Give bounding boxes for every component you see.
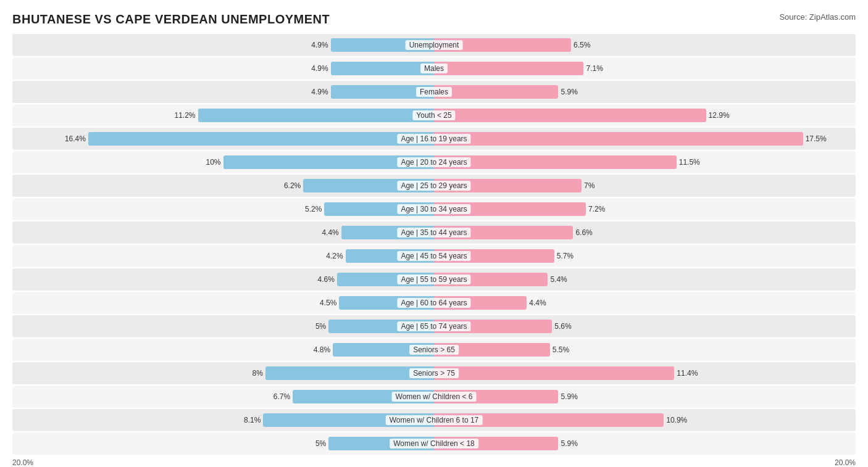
right-side: 11.4% [434, 362, 856, 384]
left-side: 5% [12, 315, 434, 337]
pink-bar-label: 6.5% [574, 41, 590, 49]
left-side: 6.7% [12, 386, 434, 408]
blue-bar-label: 8% [252, 369, 262, 378]
center-label: Age | 35 to 44 years [397, 228, 470, 238]
x-axis: 20.0% 20.0% [12, 458, 856, 467]
right-side: 10.9% [434, 409, 856, 431]
right-side: 7.1% [434, 57, 856, 80]
pink-bar-label: 4.4% [529, 299, 546, 307]
blue-bar-label: 6.2% [284, 181, 301, 190]
bar-row: 4.8% Seniors > 65 5.5% [12, 339, 856, 361]
bar-row: 16.4% Age | 16 to 19 years 17.5% [12, 128, 856, 150]
left-side: 4.9% [12, 34, 434, 56]
left-side: 4.4% [12, 221, 434, 244]
pink-bar-label: 12.9% [709, 111, 730, 120]
pink-bar-label: 7.1% [586, 64, 603, 73]
blue-bar-label: 5.2% [305, 205, 322, 213]
blue-bar-label: 5% [315, 322, 326, 331]
bar-row-inner: 6.2% Age | 25 to 29 years 7% [12, 175, 856, 197]
right-side: 5.9% [434, 432, 856, 455]
bar-row: 8.1% Women w/ Children 6 to 17 10.9% [12, 409, 856, 431]
bar-row-inner: 5% Women w/ Children < 18 5.9% [12, 432, 856, 455]
pink-bar: 12.9% [434, 109, 706, 122]
bar-row-inner: 11.2% Youth < 25 12.9% [12, 104, 856, 126]
right-side: 4.4% [434, 292, 856, 314]
bar-row: 4.6% Age | 55 to 59 years 5.4% [12, 268, 856, 291]
right-side: 7.2% [434, 198, 856, 220]
x-axis-left: 20.0% [12, 458, 33, 467]
chart-container: BHUTANESE VS CAPE VERDEAN UNEMPLOYMENT S… [12, 12, 856, 467]
pink-bar-label: 5.5% [553, 345, 569, 354]
left-side: 8.1% [12, 409, 434, 431]
right-side: 7% [434, 175, 856, 197]
center-label: Youth < 25 [412, 110, 455, 120]
pink-bar-label: 6.6% [575, 228, 592, 237]
right-side: 6.5% [434, 34, 856, 56]
bar-row-inner: 6.7% Women w/ Children < 6 5.9% [12, 386, 856, 408]
bar-row: 6.2% Age | 25 to 29 years 7% [12, 175, 856, 197]
right-side: 5.9% [434, 386, 856, 408]
left-side: 4.9% [12, 57, 434, 80]
center-label: Age | 45 to 54 years [397, 251, 470, 261]
chart-header: BHUTANESE VS CAPE VERDEAN UNEMPLOYMENT S… [12, 12, 856, 27]
bar-row: 11.2% Youth < 25 12.9% [12, 104, 856, 126]
left-side: 16.4% [12, 128, 434, 150]
bar-row: 4.4% Age | 35 to 44 years 6.6% [12, 221, 856, 244]
blue-bar-label: 4.9% [311, 41, 328, 49]
left-side: 5.2% [12, 198, 434, 220]
center-label: Seniors > 75 [409, 368, 459, 378]
pink-bar-label: 7% [584, 181, 595, 190]
bar-row-inner: 4.4% Age | 35 to 44 years 6.6% [12, 221, 856, 244]
pink-bar-label: 11.4% [677, 369, 698, 378]
bar-row-inner: 4.9% Males 7.1% [12, 57, 856, 80]
blue-bar-label: 4.2% [326, 252, 343, 260]
bar-row: 4.9% Females 5.9% [12, 81, 856, 103]
center-label: Age | 25 to 29 years [397, 181, 470, 191]
bar-row-inner: 10% Age | 20 to 24 years 11.5% [12, 151, 856, 173]
bar-row: 5% Women w/ Children < 18 5.9% [12, 432, 856, 455]
bar-row-inner: 16.4% Age | 16 to 19 years 17.5% [12, 128, 856, 150]
left-side: 4.2% [12, 245, 434, 267]
blue-bar: 8% [265, 366, 434, 380]
pink-bar-label: 17.5% [806, 134, 827, 143]
left-side: 8% [12, 362, 434, 384]
chart-title: BHUTANESE VS CAPE VERDEAN UNEMPLOYMENT [12, 12, 330, 27]
bar-row-inner: 5% Age | 65 to 74 years 5.6% [12, 315, 856, 337]
chart-source: Source: ZipAtlas.com [779, 12, 856, 22]
bar-row: 5% Age | 65 to 74 years 5.6% [12, 315, 856, 337]
left-side: 4.5% [12, 292, 434, 314]
bar-row: 4.9% Males 7.1% [12, 57, 856, 80]
bar-row-inner: 4.9% Females 5.9% [12, 81, 856, 103]
right-side: 5.4% [434, 268, 856, 291]
blue-bar-label: 4.5% [320, 299, 336, 307]
pink-bar-label: 5.7% [557, 252, 574, 260]
left-side: 4.9% [12, 81, 434, 103]
bar-row-inner: 4.6% Age | 55 to 59 years 5.4% [12, 268, 856, 291]
center-label: Women w/ Children < 18 [390, 439, 478, 448]
blue-bar-label: 10% [206, 158, 220, 167]
blue-bar-label: 4.6% [318, 275, 335, 284]
center-label: Age | 55 to 59 years [397, 275, 470, 284]
pink-bar-label: 5.9% [561, 392, 577, 401]
blue-bar: 4.9% [331, 62, 434, 75]
center-label: Age | 65 to 74 years [397, 321, 470, 331]
blue-bar-label: 11.2% [175, 111, 196, 120]
center-label: Women w/ Children < 6 [392, 392, 477, 402]
center-label: Women w/ Children 6 to 17 [386, 415, 483, 425]
pink-bar-label: 5.9% [561, 439, 577, 448]
bar-row-inner: 8.1% Women w/ Children 6 to 17 10.9% [12, 409, 856, 431]
bar-row-inner: 4.9% Unemployment 6.5% [12, 34, 856, 56]
right-side: 11.5% [434, 151, 856, 173]
right-side: 5.7% [434, 245, 856, 267]
center-label: Females [416, 87, 452, 97]
blue-bar-label: 16.4% [65, 134, 86, 143]
bar-row: 4.5% Age | 60 to 64 years 4.4% [12, 292, 856, 314]
pink-bar: 17.5% [434, 132, 803, 146]
right-side: 5.6% [434, 315, 856, 337]
center-label: Age | 30 to 34 years [397, 204, 470, 214]
left-side: 10% [12, 151, 434, 173]
bar-row: 4.2% Age | 45 to 54 years 5.7% [12, 245, 856, 267]
blue-bar-label: 4.8% [314, 345, 330, 354]
bar-row-inner: 4.8% Seniors > 65 5.5% [12, 339, 856, 361]
bar-row-inner: 4.5% Age | 60 to 64 years 4.4% [12, 292, 856, 314]
